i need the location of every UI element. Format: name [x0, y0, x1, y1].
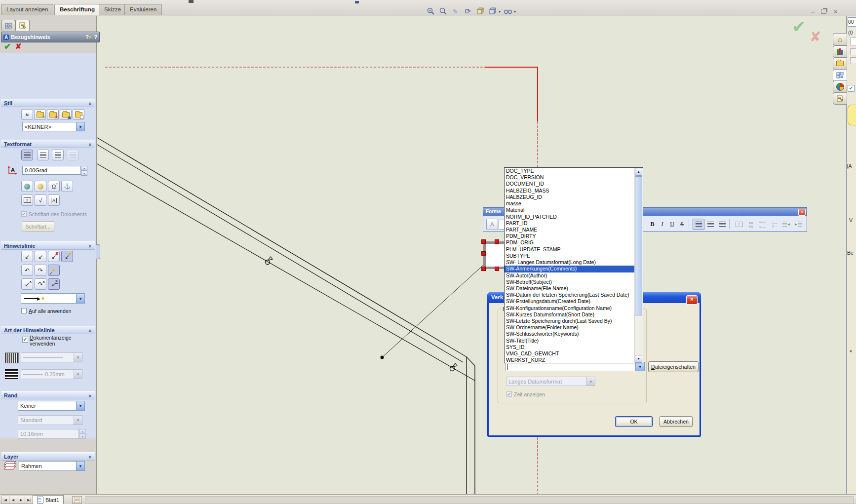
- strikethrough-button[interactable]: S: [677, 219, 687, 230]
- close-button[interactable]: ×: [831, 8, 840, 15]
- leader-button[interactable]: ↙: [21, 251, 33, 262]
- appearances-tab[interactable]: [833, 80, 847, 93]
- taskpane-checkbox-fragment[interactable]: ✔: [848, 85, 855, 92]
- list-scrollbar[interactable]: ▲ ▼: [634, 168, 643, 363]
- arrow-style-select[interactable]: ▶ ★ ▾: [21, 293, 85, 304]
- list-item[interactable]: SW-Kurzes Datumsformat(Short Date): [505, 311, 635, 318]
- use-doc-display-checkbox[interactable]: ✔: [22, 337, 28, 343]
- list-item[interactable]: NORM_ID_PATCHED: [505, 214, 635, 220]
- hide-show-items-icon[interactable]: [503, 6, 513, 17]
- delete-style-button[interactable]: x: [47, 109, 59, 120]
- restore-button[interactable]: [819, 8, 828, 15]
- ok-button[interactable]: OK: [615, 416, 653, 427]
- tab-layout-anzeigen[interactable]: Layout anzeigen: [1, 4, 53, 15]
- pan-icon[interactable]: ✎: [450, 6, 461, 17]
- leader-x-left-button[interactable]: ↙x: [21, 278, 33, 290]
- cancel-button[interactable]: Abbrechen: [660, 416, 693, 427]
- layer-select[interactable]: Rahmen▾: [19, 461, 85, 471]
- list-item[interactable]: PDM_ORIG: [505, 239, 635, 246]
- ok-check-button[interactable]: ✔: [4, 41, 11, 52]
- scroll-thumb[interactable]: [635, 176, 642, 315]
- fit-text-button[interactable]: A: [48, 194, 60, 206]
- list-item[interactable]: SW-Ordnername(Folder Name): [505, 324, 635, 331]
- property-manager-tab[interactable]: [15, 20, 30, 31]
- resize-handle[interactable]: [481, 251, 486, 256]
- leader-x-right-button[interactable]: ↷x: [35, 278, 46, 290]
- custom-properties-tab[interactable]: [833, 92, 847, 105]
- task-pane-home-tab[interactable]: ⌂: [833, 33, 847, 45]
- design-library-tab[interactable]: [833, 45, 847, 58]
- list-item[interactable]: PART_NAME: [505, 227, 635, 233]
- resize-handle[interactable]: [481, 239, 486, 244]
- list-item[interactable]: DOC_TYPE: [505, 168, 635, 174]
- display-style-icon[interactable]: [487, 6, 498, 17]
- list-item[interactable]: SW-Letzte Speicherung durch(Last Saved B…: [505, 318, 635, 324]
- text-align-center-button[interactable]: [704, 219, 716, 230]
- scroll-down-icon[interactable]: ▼: [635, 355, 642, 363]
- italic-button[interactable]: I: [657, 219, 667, 230]
- list-item[interactable]: PART_ID: [505, 220, 635, 227]
- angle-field[interactable]: 0.00Grad: [22, 166, 81, 175]
- confirm-accept-icon[interactable]: ✔: [792, 17, 806, 37]
- file-properties-button[interactable]: Dateieigenschaften: [648, 361, 699, 372]
- minimize-button[interactable]: –: [809, 8, 817, 15]
- section-header-stil[interactable]: Stil«: [1, 99, 95, 107]
- file-explorer-tab[interactable]: [833, 57, 847, 70]
- zoom-to-fit-icon[interactable]: [426, 6, 436, 17]
- list-item[interactable]: masse: [505, 200, 635, 207]
- list-item[interactable]: SUBTYPE: [505, 253, 635, 259]
- section-header-textformat[interactable]: Textformat«: [1, 140, 95, 148]
- list-item[interactable]: SW-Betreff(Subject): [505, 279, 635, 285]
- list-item[interactable]: HALBZEIG_MASS: [505, 188, 635, 194]
- sheet-tab-blatt1[interactable]: Blatt1: [33, 495, 64, 504]
- align-right-button[interactable]: [52, 150, 64, 160]
- save-style-button[interactable]: [60, 109, 72, 120]
- resize-handle[interactable]: [495, 267, 499, 271]
- angle-spinner[interactable]: ▴▾: [81, 166, 87, 175]
- list-item[interactable]: SW- Langes Datumsformat(Long Date): [505, 259, 635, 266]
- prev-sheet-button[interactable]: ◀: [9, 496, 17, 504]
- resize-handle[interactable]: [481, 267, 486, 271]
- auto-leader-button[interactable]: ↙★: [61, 251, 73, 262]
- border-style-select[interactable]: Keiner▾: [18, 401, 85, 411]
- insert-hyperlink-button[interactable]: [21, 181, 33, 192]
- next-sheet-button[interactable]: ▶: [17, 496, 25, 504]
- view-palette-tab[interactable]: [833, 69, 847, 81]
- align-center-button[interactable]: [37, 150, 49, 160]
- list-item[interactable]: SW-Anmerkungen(Comments): [505, 266, 635, 272]
- leader-x-auto-button[interactable]: ↙X: [48, 278, 60, 290]
- bold-button[interactable]: B: [647, 219, 658, 230]
- scrollbar-track[interactable]: [85, 496, 854, 504]
- list-item[interactable]: PDM_DIRTY: [505, 233, 635, 239]
- text-box-button[interactable]: ≡: [21, 194, 33, 206]
- multi-leader-button[interactable]: ★↙: [48, 265, 60, 276]
- list-item[interactable]: SW-Autor(Author): [505, 272, 635, 279]
- list-item[interactable]: SW-Konfigurationsname(Configuration Name…: [505, 305, 635, 311]
- add-style-button[interactable]: +: [34, 109, 46, 120]
- section-header-rand[interactable]: Rand«: [1, 391, 95, 399]
- list-item[interactable]: Material: [505, 207, 635, 213]
- dialog-close-icon[interactable]: ×: [686, 295, 698, 305]
- help-icon[interactable]: ?: [94, 34, 97, 40]
- underline-leader-left-button[interactable]: ↶: [21, 265, 33, 276]
- font-style-button[interactable]: A: [486, 219, 498, 230]
- combo-arrow-icon[interactable]: ▾: [635, 362, 644, 371]
- hide-show-caret[interactable]: ▾: [514, 9, 516, 14]
- panel-splitter-grip[interactable]: [96, 244, 100, 259]
- section-header-hinweislinie[interactable]: Hinweislinie«: [1, 241, 95, 250]
- display-style-caret[interactable]: ▾: [499, 9, 501, 14]
- list-item[interactable]: DOCUMENT_ID: [505, 181, 635, 187]
- text-align-left-button[interactable]: [693, 219, 704, 230]
- list-item[interactable]: VMG_CAD_GEWICHT: [505, 350, 635, 357]
- section-header-art[interactable]: Art der Hinweislinie«: [1, 326, 95, 334]
- apply-all-checkbox[interactable]: [21, 308, 27, 313]
- feature-manager-tab[interactable]: [1, 20, 15, 31]
- list-item[interactable]: HALBZEUG_ID: [505, 194, 635, 200]
- list-item[interactable]: WERKST_KURZ: [505, 357, 635, 363]
- last-sheet-button[interactable]: ▶|: [25, 496, 33, 504]
- align-left-button[interactable]: [21, 150, 33, 160]
- cancel-x-button[interactable]: ✘: [15, 42, 22, 51]
- section-header-layer[interactable]: Layer«: [1, 452, 95, 461]
- rotate-view-icon[interactable]: ⟳: [463, 6, 473, 17]
- list-item[interactable]: DOC_VERSION: [505, 174, 635, 181]
